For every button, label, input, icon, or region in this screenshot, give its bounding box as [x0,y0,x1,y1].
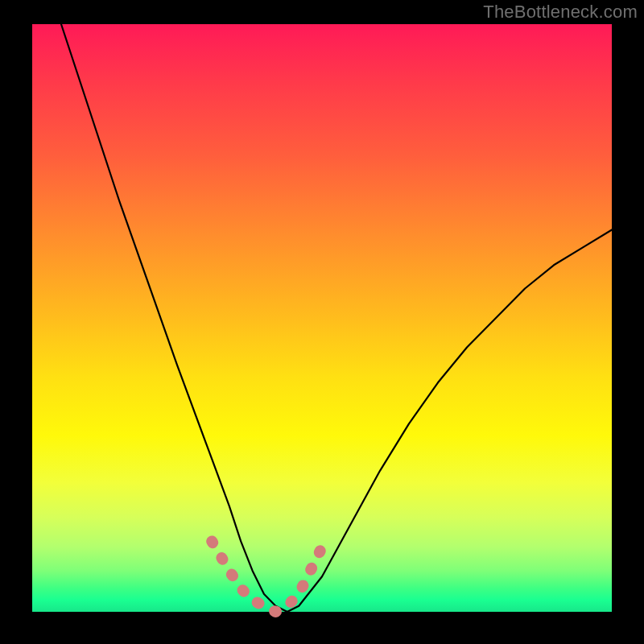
highlight-curve [212,541,322,612]
chart-frame: TheBottleneck.com [0,0,644,644]
watermark-text: TheBottleneck.com [483,2,638,23]
curve-layer [32,24,612,612]
bottleneck-curve [61,24,612,612]
